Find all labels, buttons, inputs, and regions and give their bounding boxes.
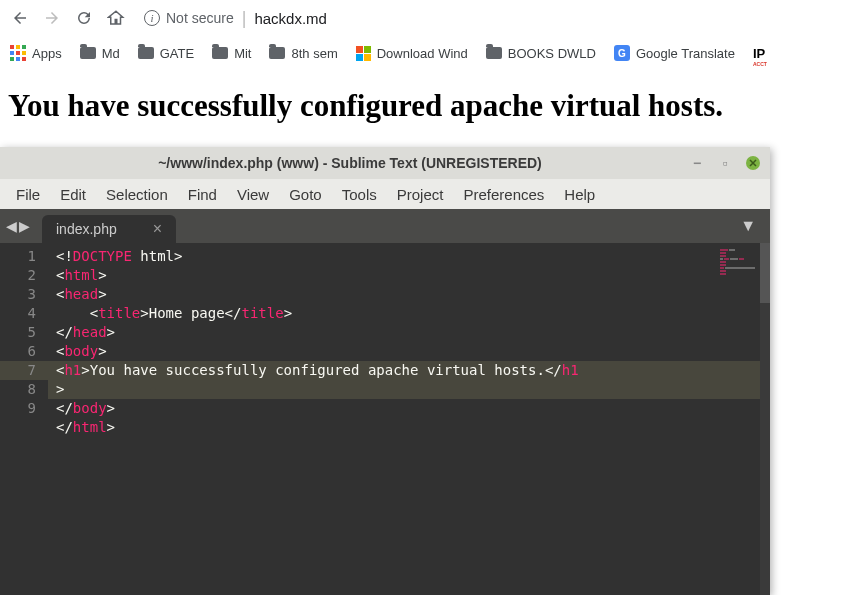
forward-button[interactable] — [40, 6, 64, 30]
security-text: Not secure — [166, 10, 234, 26]
back-button[interactable] — [8, 6, 32, 30]
bookmark-gate[interactable]: GATE — [138, 46, 194, 61]
browser-toolbar: i Not secure | hackdx.md — [0, 0, 858, 36]
menu-help[interactable]: Help — [554, 182, 605, 207]
minimap[interactable] — [720, 249, 760, 279]
apps-grid-icon — [10, 45, 26, 61]
ip-icon: IP — [753, 46, 765, 61]
folder-icon — [138, 47, 154, 59]
code-area[interactable]: <!DOCTYPE html> <html> <head> <title>Hom… — [48, 243, 770, 595]
scrollbar-thumb[interactable] — [760, 243, 770, 303]
menu-goto[interactable]: Goto — [279, 182, 332, 207]
window-controls: − ▫ — [690, 156, 760, 170]
security-badge[interactable]: i Not secure — [144, 10, 234, 26]
menu-selection[interactable]: Selection — [96, 182, 178, 207]
editor-tab[interactable]: index.php × — [42, 215, 176, 243]
page-content: You have successfully configured apache … — [0, 70, 858, 142]
folder-icon — [486, 47, 502, 59]
menu-project[interactable]: Project — [387, 182, 454, 207]
menu-preferences[interactable]: Preferences — [453, 182, 554, 207]
sublime-title: ~/www/index.php (www) - Sublime Text (UN… — [10, 155, 690, 171]
bookmark-download-windows[interactable]: Download Wind — [356, 46, 468, 61]
google-translate-icon: G — [614, 45, 630, 61]
reload-button[interactable] — [72, 6, 96, 30]
sublime-tabbar: ◀ ▶ index.php × ▼ — [0, 209, 770, 243]
home-button[interactable] — [104, 6, 128, 30]
menu-file[interactable]: File — [6, 182, 50, 207]
url-separator: | — [242, 8, 247, 29]
sublime-editor[interactable]: 1 2 3 4 5 6 7 8 9 <!DOCTYPE html> <html>… — [0, 243, 770, 595]
tab-dropdown-icon[interactable]: ▼ — [740, 209, 764, 243]
url-text: hackdx.md — [254, 10, 327, 27]
tab-nav: ◀ ▶ — [6, 209, 30, 243]
sublime-menubar: File Edit Selection Find View Goto Tools… — [0, 179, 770, 209]
info-icon: i — [144, 10, 160, 26]
bookmark-ip[interactable]: IP — [753, 46, 765, 61]
bookmark-md[interactable]: Md — [80, 46, 120, 61]
scrollbar[interactable] — [760, 243, 770, 595]
sublime-titlebar[interactable]: ~/www/index.php (www) - Sublime Text (UN… — [0, 147, 770, 179]
maximize-button[interactable]: ▫ — [718, 156, 732, 170]
bookmarks-bar: Apps Md GATE Mit 8th sem Download Wind B… — [0, 36, 858, 70]
menu-tools[interactable]: Tools — [332, 182, 387, 207]
menu-view[interactable]: View — [227, 182, 279, 207]
folder-icon — [212, 47, 228, 59]
close-button[interactable] — [746, 156, 760, 170]
minimize-button[interactable]: − — [690, 156, 704, 170]
menu-find[interactable]: Find — [178, 182, 227, 207]
apps-label: Apps — [32, 46, 62, 61]
sublime-window: ~/www/index.php (www) - Sublime Text (UN… — [0, 147, 770, 595]
menu-edit[interactable]: Edit — [50, 182, 96, 207]
line-gutter: 1 2 3 4 5 6 7 8 9 — [0, 243, 48, 595]
tab-prev-icon[interactable]: ◀ — [6, 218, 17, 234]
apps-button[interactable]: Apps — [10, 45, 62, 61]
bookmark-mit[interactable]: Mit — [212, 46, 251, 61]
folder-icon — [269, 47, 285, 59]
tab-filename: index.php — [56, 221, 117, 237]
microsoft-icon — [356, 46, 371, 61]
folder-icon — [80, 47, 96, 59]
address-bar[interactable]: i Not secure | hackdx.md — [144, 8, 327, 29]
tab-next-icon[interactable]: ▶ — [19, 218, 30, 234]
page-heading: You have successfully configured apache … — [8, 88, 850, 124]
bookmark-8thsem[interactable]: 8th sem — [269, 46, 337, 61]
bookmark-google-translate[interactable]: G Google Translate — [614, 45, 735, 61]
tab-close-icon[interactable]: × — [153, 220, 162, 238]
bookmark-books-dwld[interactable]: BOOKS DWLD — [486, 46, 596, 61]
